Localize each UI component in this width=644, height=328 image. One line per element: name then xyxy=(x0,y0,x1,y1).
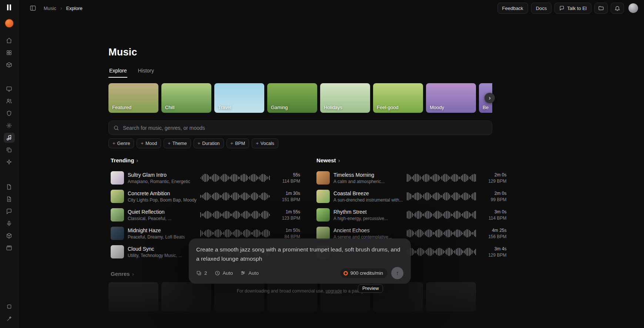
sidebar-item-home[interactable] xyxy=(4,35,15,45)
category-card[interactable]: Gaming xyxy=(267,83,317,113)
plus-icon: + xyxy=(231,141,234,146)
genre-card[interactable] xyxy=(267,282,317,312)
chat-bubble-icon xyxy=(559,6,564,11)
filter-chip[interactable]: + BPM xyxy=(227,138,249,148)
tab-explore[interactable]: Explore xyxy=(108,66,127,78)
sidebar-item-stop[interactable] xyxy=(4,301,15,311)
format-control[interactable]: Auto xyxy=(240,270,259,276)
track-row[interactable]: Rhythm Street A high-energy, percussive.… xyxy=(314,206,507,224)
track-row[interactable]: Timeless Morning A calm and atmospheric.… xyxy=(314,169,507,187)
waveform[interactable] xyxy=(407,192,481,201)
filter-chip[interactable]: + Duration xyxy=(194,138,224,148)
sidebar-item-effects[interactable] xyxy=(4,157,15,167)
waveform[interactable] xyxy=(200,210,274,220)
credits-badge[interactable]: 900 credits/min xyxy=(341,268,388,278)
genre-card[interactable] xyxy=(108,282,158,312)
filter-label: BPM xyxy=(235,141,245,146)
generate-button[interactable]: ↑ xyxy=(391,267,403,279)
sidebar-item-integrations[interactable] xyxy=(4,231,15,241)
sidebar-item-video[interactable] xyxy=(4,243,15,253)
genre-card[interactable] xyxy=(161,282,211,312)
footer-notice: For downloading and broad commercial use… xyxy=(108,288,492,294)
upgrade-link[interactable]: upgrade xyxy=(326,288,342,294)
prompt-input[interactable]: Create a smooth jazz song with a promine… xyxy=(196,245,403,264)
generation-count-control[interactable]: 2 xyxy=(196,270,207,276)
track-row[interactable]: Concrete Ambition City Lights Pop, Boom … xyxy=(108,187,301,206)
user-avatar[interactable] xyxy=(628,3,638,13)
track-subtitle: A high-energy, percussive... xyxy=(333,216,403,221)
sidebar-item-support[interactable] xyxy=(4,206,15,216)
notifications-button[interactable] xyxy=(611,3,624,14)
breadcrumb-music[interactable]: Music xyxy=(44,6,56,11)
sidebar-item-projects[interactable] xyxy=(4,145,15,155)
panel-toggle-button[interactable] xyxy=(27,3,38,13)
waveform[interactable] xyxy=(200,173,274,183)
category-card[interactable]: Chill xyxy=(161,83,211,113)
sidebar-item-dubbing[interactable] xyxy=(4,219,15,229)
credits-value: 900 credits/min xyxy=(350,270,383,276)
package-icon xyxy=(6,62,12,68)
workspace-avatar[interactable] xyxy=(5,19,13,27)
genre-card[interactable] xyxy=(214,282,264,312)
category-card[interactable]: Holidays xyxy=(320,83,370,113)
panel-toggle-icon xyxy=(30,5,36,11)
sidebar-item-notes[interactable] xyxy=(4,194,15,204)
waveform[interactable] xyxy=(407,247,481,257)
sidebar-item-voices[interactable] xyxy=(4,96,15,106)
sidebar-item-docs[interactable] xyxy=(4,182,15,192)
waveform[interactable] xyxy=(407,229,481,238)
monitor-icon xyxy=(6,86,12,92)
filter-label: Vocals xyxy=(261,141,274,146)
filter-chip[interactable]: + Theme xyxy=(164,138,191,148)
carousel-next-button[interactable]: › xyxy=(484,93,495,103)
sidebar-item-assistant[interactable] xyxy=(4,314,15,324)
sidebar-item-apps[interactable] xyxy=(4,48,15,58)
users-icon xyxy=(6,98,12,104)
newest-header[interactable]: Newest › xyxy=(314,157,507,163)
plus-icon: + xyxy=(256,141,259,146)
waveform[interactable] xyxy=(200,192,274,201)
waveform[interactable] xyxy=(200,229,274,238)
genre-card[interactable] xyxy=(426,282,476,312)
duration-value: Auto xyxy=(223,270,233,276)
waveform[interactable] xyxy=(407,210,481,220)
elevenlabs-logo[interactable] xyxy=(7,4,11,10)
track-title: Sultry Glam Intro xyxy=(128,172,197,178)
track-duration: 4m 25s xyxy=(484,228,507,233)
duration-control[interactable]: Auto xyxy=(215,270,233,276)
category-card[interactable]: Featured xyxy=(108,83,158,113)
breadcrumb: Music › Explore xyxy=(44,5,83,11)
filter-chip[interactable]: + Vocals xyxy=(252,138,278,148)
track-row[interactable]: Sultry Glam Intro Amapiano, Romantic, En… xyxy=(108,169,301,187)
category-card[interactable]: Travel xyxy=(214,83,264,113)
talk-to-el-button[interactable]: Talk to El xyxy=(554,3,591,14)
filter-bar: + Genre + Mood + Theme + Duration xyxy=(108,138,492,148)
trending-header[interactable]: Trending › xyxy=(108,157,301,163)
track-row[interactable]: Coastal Breeze A sun-drenched instrument… xyxy=(314,187,507,206)
track-title: Quiet Reflection xyxy=(128,209,197,215)
gear-icon xyxy=(6,122,12,129)
category-card[interactable]: Feel-good xyxy=(373,83,423,113)
track-subtitle: A sun-drenched instrumental with... xyxy=(333,197,403,203)
sidebar-item-music[interactable] xyxy=(4,133,15,143)
tab-history[interactable]: History xyxy=(137,66,155,78)
sidebar-item-safety[interactable] xyxy=(4,108,15,118)
track-bpm: 129 BPM xyxy=(484,253,507,258)
sidebar-item-library[interactable] xyxy=(4,60,15,70)
category-card[interactable]: Moody xyxy=(426,83,476,113)
category-label: Featured xyxy=(112,105,131,110)
waveform[interactable] xyxy=(407,173,481,183)
square-icon xyxy=(6,304,12,310)
sidebar-item-settings[interactable] xyxy=(4,121,15,131)
feedback-button[interactable]: Feedback xyxy=(497,3,528,14)
sidebar-item-studio[interactable] xyxy=(4,84,15,94)
files-button[interactable] xyxy=(594,3,608,14)
filter-label: Mood xyxy=(145,141,157,146)
filter-chip[interactable]: + Genre xyxy=(108,138,134,148)
filter-chip[interactable]: + Mood xyxy=(137,138,161,148)
preview-tooltip[interactable]: Preview xyxy=(358,284,383,293)
search-input[interactable] xyxy=(123,125,492,131)
chevron-right-icon: › xyxy=(60,5,62,11)
track-row[interactable]: Quiet Reflection Classical, Peaceful, ..… xyxy=(108,206,301,224)
docs-button[interactable]: Docs xyxy=(531,3,552,14)
